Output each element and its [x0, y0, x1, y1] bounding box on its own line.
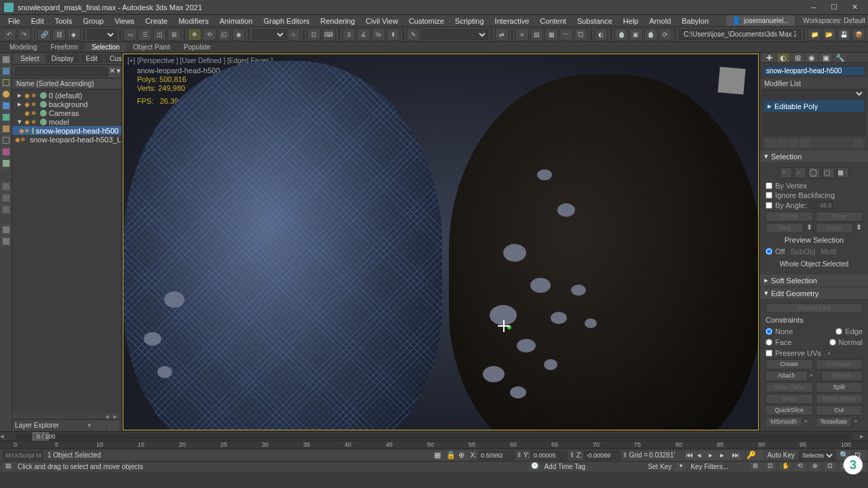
display-xrefs-icon[interactable] [1, 146, 12, 157]
nav2-icon[interactable]: ⊡ [765, 462, 776, 471]
remove-modifier-icon[interactable] [800, 138, 810, 148]
se-tab-display[interactable]: Display [46, 54, 79, 63]
viewcube-icon[interactable] [717, 66, 745, 94]
display-shapes-icon[interactable] [1, 77, 12, 88]
make-unique-icon[interactable] [789, 138, 798, 148]
se-footer-btn2[interactable] [108, 421, 119, 430]
menu-file[interactable]: File [3, 16, 26, 26]
constraint-face-radio[interactable]: Face [766, 338, 791, 347]
subobj-vertex-icon[interactable]: ⁘ [780, 167, 792, 178]
menu-views[interactable]: Views [109, 16, 140, 26]
toggle-ribbon-button[interactable]: ▦ [545, 28, 558, 41]
display-cameras-icon[interactable] [1, 100, 12, 111]
by-vertex-checkbox[interactable]: By Vertex [766, 181, 863, 190]
autokey-button[interactable]: Auto Key [767, 451, 795, 459]
tree-row[interactable]: ▸◉❄background [12, 100, 121, 108]
menu-civil-view[interactable]: Civil View [360, 16, 403, 26]
angle-snap-button[interactable]: ∡ [357, 28, 370, 41]
collapse-button[interactable]: Collapse [816, 359, 863, 369]
grow-button[interactable]: Grow [816, 211, 863, 222]
play-icon[interactable]: ▸ [709, 451, 719, 460]
show-end-result-icon[interactable] [777, 138, 787, 148]
menu-group[interactable]: Group [77, 16, 109, 26]
display-bones-icon[interactable] [1, 158, 12, 169]
by-angle-checkbox[interactable]: By Angle: [766, 200, 863, 210]
se-tab-edit[interactable]: Edit [81, 54, 103, 63]
display-geometry-icon[interactable] [1, 66, 12, 77]
modify-tab-icon[interactable]: ◐ [777, 53, 789, 62]
quickslice-button[interactable]: QuickSlice [766, 405, 813, 415]
link-button[interactable]: 🔗 [37, 28, 51, 41]
project-path-field[interactable] [679, 29, 801, 40]
minimize-button[interactable]: ─ [804, 1, 823, 14]
bind-button[interactable]: ◆ [67, 28, 81, 41]
ribbon-tab-freeform[interactable]: Freeform [44, 43, 85, 52]
material-editor-button[interactable]: ◐ [595, 28, 608, 41]
setkey-button[interactable]: Set Key [648, 463, 671, 470]
render-iterate-button[interactable]: ⟳ [659, 28, 673, 41]
percent-snap-button[interactable]: % [372, 28, 385, 41]
window-crossing-button[interactable]: ⊞ [167, 28, 181, 41]
filter-frozen-icon[interactable] [1, 192, 12, 203]
x-coord-field[interactable] [478, 451, 515, 460]
selection-lock-icon[interactable]: 🔒 [446, 451, 457, 460]
slice-plane-button[interactable]: Slice Plane [766, 382, 813, 392]
menu-babylon[interactable]: Babylon [676, 16, 714, 26]
constraint-normal-radio[interactable]: Normal [829, 338, 863, 347]
spinner-snap-button[interactable]: ⬍ [387, 28, 400, 41]
cut-button[interactable]: Cut [816, 405, 863, 415]
menu-animation[interactable]: Animation [214, 16, 258, 26]
time-ruler[interactable]: 0510152025303540455055606570758085909510… [0, 441, 868, 449]
se-clear-button[interactable]: ✕ [109, 66, 115, 77]
configure-sets-icon[interactable] [853, 138, 863, 148]
create-tab-icon[interactable]: ✚ [763, 53, 775, 62]
display-groups-icon[interactable] [1, 135, 12, 146]
select-manipulate-button[interactable]: ⊡ [307, 28, 321, 41]
select-region-button[interactable]: ◫ [153, 28, 167, 41]
slice-button[interactable]: Slice [766, 394, 813, 404]
key-filters-button[interactable]: Key Filters... [690, 463, 728, 470]
listener-icon[interactable]: ▤ [3, 462, 14, 471]
absolute-mode-icon[interactable]: ⊕ [458, 451, 469, 460]
attach-button[interactable]: Attach [766, 371, 808, 381]
ribbon-tab-object-paint[interactable]: Object Paint [126, 43, 176, 52]
selection-filter-combo[interactable]: All [87, 29, 117, 40]
preserve-uvs-checkbox[interactable]: Preserve UVs ▫ [766, 348, 863, 358]
tree-row[interactable]: ◉❄snow-leopard-head-h500 [12, 126, 121, 135]
nav3-icon[interactable]: ✋ [780, 462, 791, 471]
ref-coord-combo[interactable]: View [252, 29, 285, 40]
detach-button[interactable]: Detach [821, 371, 863, 381]
object-name-field[interactable] [763, 66, 865, 76]
schematic-view-button[interactable]: ⿻ [574, 28, 588, 41]
goto-start-icon[interactable]: ⏮ [686, 451, 696, 460]
tree-row[interactable]: ◉❄snow-leopard-head-h503_Lowres [12, 135, 121, 144]
select-by-name-button[interactable]: ☰ [138, 28, 152, 41]
shrink-button[interactable]: Shrink [766, 211, 813, 222]
filter-hidden-icon[interactable] [1, 204, 12, 215]
goto-end-icon[interactable]: ⏭ [732, 451, 743, 460]
constraint-none-radio[interactable]: None [766, 327, 793, 336]
se-footer-btn1[interactable] [94, 421, 105, 430]
motion-tab-icon[interactable]: ◉ [806, 53, 818, 62]
rollout-soft-selection-header[interactable]: ▸Soft Selection [760, 274, 868, 286]
time-tag-icon[interactable]: 🕐 [529, 462, 540, 471]
z-coord-field[interactable] [584, 451, 620, 460]
rollout-edit-geometry-header[interactable]: ▾Edit Geometry [760, 287, 868, 299]
display-all-icon[interactable] [1, 54, 12, 65]
subobj-border-icon[interactable]: ◯ [808, 167, 821, 178]
next-frame-icon[interactable]: ▸ [720, 451, 731, 460]
rollout-selection-header[interactable]: ▾Selection [760, 150, 868, 162]
display-tab-icon[interactable]: ▣ [820, 53, 832, 62]
close-button[interactable]: ✕ [845, 1, 864, 14]
save-scene-button[interactable]: 💾 [837, 28, 851, 41]
redo-button[interactable]: ↷ [18, 28, 31, 41]
subobj-edge-icon[interactable]: ⟋ [794, 167, 806, 178]
nav4-icon[interactable]: ⟲ [795, 462, 806, 471]
menu-interactive[interactable]: Interactive [490, 16, 535, 26]
keyboard-shortcut-button[interactable]: ⌨ [322, 28, 336, 41]
preview-subobj-radio[interactable]: SubObj [790, 247, 815, 256]
maximize-button[interactable]: ☐ [825, 1, 844, 14]
time-slider[interactable]: ◂ 0 / 100 ▸ [0, 431, 868, 441]
edit-named-sel-button[interactable]: ✎ [407, 28, 420, 41]
ring-button[interactable]: Ring [766, 223, 804, 233]
